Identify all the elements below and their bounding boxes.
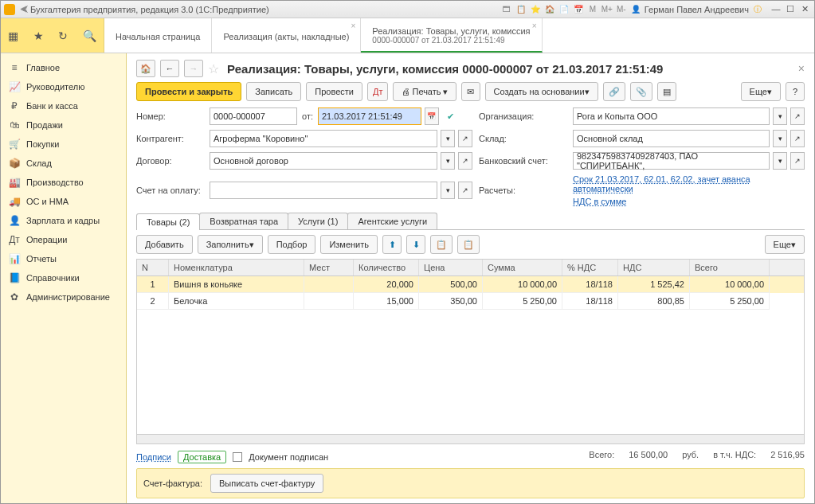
issue-invoice-button[interactable]: Выписать счет-фактуру <box>210 474 323 493</box>
sidebar-item-payroll[interactable]: 👤Зарплата и кадры <box>1 211 126 230</box>
create-based-menu[interactable]: Создать на основании ▾ <box>485 82 598 101</box>
subtab-agent[interactable]: Агентские услуги <box>347 213 437 229</box>
table-more-menu[interactable]: Еще ▾ <box>765 235 805 254</box>
user-name[interactable]: Герман Павел Андреевич <box>645 5 749 14</box>
print-menu[interactable]: 🖨 Печать ▾ <box>393 82 456 101</box>
minimize-button[interactable]: — <box>770 4 782 14</box>
number-input[interactable]: 0000-000007 <box>210 107 297 125</box>
more-menu[interactable]: Еще ▾ <box>741 82 781 101</box>
col-places[interactable]: Мест <box>304 260 354 275</box>
sidebar-item-reports[interactable]: 📊Отчеты <box>1 249 126 268</box>
open-icon[interactable]: ↗ <box>790 107 805 125</box>
link-button[interactable]: 🔗 <box>603 82 625 101</box>
select-button[interactable]: Подбор <box>268 235 316 254</box>
horizontal-scrollbar[interactable] <box>137 434 804 443</box>
sidebar-item-refs[interactable]: 📘Справочники <box>1 268 126 287</box>
copy-button[interactable]: 📋 <box>430 235 453 254</box>
memory-mplus-icon[interactable]: M+ <box>601 4 613 15</box>
calc-link[interactable]: Срок 21.03.2017, 62.01, 62.02, зачет ава… <box>573 174 750 193</box>
dropdown-icon[interactable]: ▾ <box>441 152 455 170</box>
sidebar-item-purchases[interactable]: 🛒Покупки <box>1 135 126 154</box>
clip-button[interactable]: 📎 <box>630 82 652 101</box>
open-icon[interactable]: ↗ <box>458 152 472 170</box>
save-button[interactable]: Записать <box>246 82 301 101</box>
titlebar-icon[interactable]: 📅 <box>573 4 584 15</box>
tab-start[interactable]: Начальная страница <box>104 18 212 53</box>
forward-button[interactable]: → <box>184 60 203 77</box>
dropdown-icon[interactable]: ▾ <box>773 130 787 147</box>
status-icon[interactable]: ✔ <box>447 111 454 122</box>
dropdown-icon[interactable]: ▾ <box>441 130 455 147</box>
help-button[interactable]: ? <box>786 82 805 101</box>
sidebar-item-sales[interactable]: 🛍Продажи <box>1 115 126 135</box>
maximize-button[interactable]: ☐ <box>784 4 797 14</box>
contractor-input[interactable]: Агроферма "Коровино" <box>210 130 437 147</box>
memory-mminus-icon[interactable]: M- <box>616 4 627 15</box>
payment-input[interactable] <box>210 182 437 199</box>
post-close-button[interactable]: Провести и закрыть <box>136 82 241 101</box>
open-icon[interactable]: ↗ <box>790 152 805 170</box>
titlebar-icon[interactable]: 🗔 <box>501 4 512 15</box>
sidebar-item-production[interactable]: 🏭Производство <box>1 173 126 192</box>
sidebar-item-os[interactable]: 🚚ОС и НМА <box>1 192 126 211</box>
dt-kt-button[interactable]: Дт <box>367 82 389 101</box>
mail-button[interactable]: ✉ <box>461 82 480 101</box>
open-icon[interactable]: ↗ <box>458 130 472 147</box>
post-button[interactable]: Провести <box>306 82 362 101</box>
sidebar-item-bank[interactable]: ₽Банк и касса <box>1 96 126 115</box>
back-button[interactable]: ← <box>160 60 179 77</box>
add-button[interactable]: Добавить <box>136 235 193 254</box>
open-icon[interactable]: ↗ <box>790 130 805 147</box>
sidebar-item-manager[interactable]: 📈Руководителю <box>1 77 126 96</box>
history-icon[interactable]: ↻ <box>58 29 68 42</box>
tab-realization[interactable]: Реализация: Товары, услуги, комиссия 000… <box>361 18 542 53</box>
search-icon[interactable]: 🔍 <box>83 29 96 42</box>
favorite-icon[interactable]: ☆ <box>208 61 219 76</box>
delivery-link[interactable]: Доставка <box>178 451 226 463</box>
info-icon[interactable]: ⓘ <box>752 4 763 15</box>
sidebar-item-main[interactable]: ≡Главное <box>1 58 126 77</box>
bank-input[interactable]: 98234759837409287403, ПАО "СПИРИТБАНК", <box>573 152 770 170</box>
dropdown-icon[interactable]: ▾ <box>773 107 787 125</box>
close-icon[interactable]: × <box>351 21 355 30</box>
tab-sales-acts[interactable]: Реализация (акты, накладные) × <box>212 18 361 53</box>
sidebar-item-warehouse[interactable]: 📦Склад <box>1 154 126 173</box>
subtab-services[interactable]: Услуги (1) <box>288 213 348 229</box>
col-total[interactable]: Всего <box>690 260 770 275</box>
open-icon[interactable]: ↗ <box>458 182 472 199</box>
table-row[interactable]: 1 Вишня в коньяке 20,000 500,00 10 000,0… <box>137 276 804 293</box>
star-icon[interactable]: ★ <box>33 29 44 42</box>
titlebar-icon[interactable]: 🏠 <box>544 4 555 15</box>
titlebar-icon[interactable]: 📋 <box>515 4 527 15</box>
warehouse-input[interactable]: Основной склад <box>573 130 770 147</box>
calendar-icon[interactable]: 📅 <box>425 107 439 125</box>
titlebar-icon[interactable]: ⭐ <box>530 4 541 15</box>
col-vat[interactable]: НДС <box>618 260 690 275</box>
back-icon[interactable]: ⮜ <box>20 5 29 14</box>
sidebar-item-admin[interactable]: ✿Администрирование <box>1 287 126 307</box>
close-icon[interactable]: × <box>532 21 537 30</box>
subtab-tara[interactable]: Возвратная тара <box>199 213 288 229</box>
memory-m-icon[interactable]: M <box>587 4 598 15</box>
apps-icon[interactable]: ▦ <box>8 29 18 42</box>
change-button[interactable]: Изменить <box>320 235 378 254</box>
col-item[interactable]: Номенклатура <box>169 260 304 275</box>
list-button[interactable]: ▤ <box>657 82 676 101</box>
signatures-link[interactable]: Подписи <box>136 452 171 462</box>
nds-link[interactable]: НДС в сумме <box>573 197 626 206</box>
signed-checkbox[interactable] <box>233 452 242 462</box>
subtab-goods[interactable]: Товары (2) <box>136 213 200 230</box>
paste-button[interactable]: 📋 <box>457 235 480 254</box>
titlebar-icon[interactable]: 📄 <box>558 4 570 15</box>
org-input[interactable]: Рога и Копыта ООО <box>573 107 770 125</box>
col-sum[interactable]: Сумма <box>483 260 562 275</box>
fill-menu[interactable]: Заполнить ▾ <box>198 235 263 254</box>
table-row[interactable]: 2 Белочка 15,000 350,00 5 250,00 18/118 … <box>137 293 804 310</box>
date-input[interactable]: 21.03.2017 21:51:49 <box>318 107 421 125</box>
col-n[interactable]: N <box>137 260 169 275</box>
dropdown-icon[interactable]: ▾ <box>773 152 787 170</box>
home-button[interactable]: 🏠 <box>136 60 155 77</box>
col-vatp[interactable]: % НДС <box>562 260 618 275</box>
move-down-button[interactable]: ⬇ <box>406 235 425 254</box>
close-button[interactable]: ✕ <box>798 4 811 14</box>
